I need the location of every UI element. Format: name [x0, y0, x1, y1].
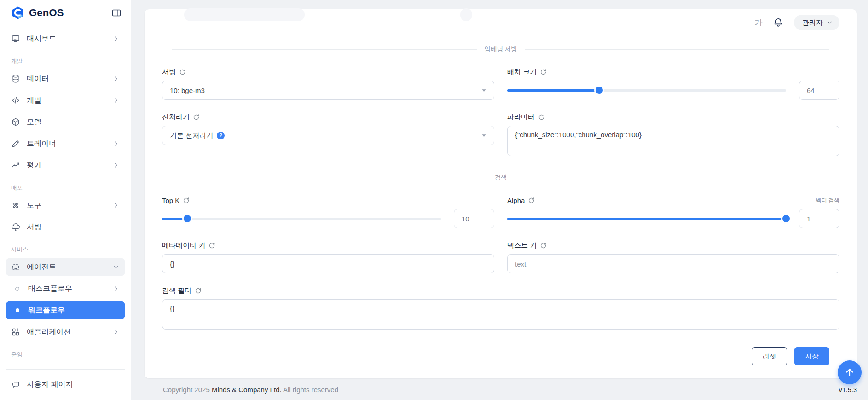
help-icon[interactable]: ? [217, 132, 225, 139]
content-card: 가 관리자 임베딩 서빙 서빙 10: bge-m3 배 [145, 9, 857, 378]
sidebar-item-user-page[interactable]: 사용자 페이지 [6, 375, 125, 394]
scroll-to-top-button[interactable] [838, 360, 862, 384]
chevron-right-icon [112, 328, 120, 336]
user-menu-label: 관리자 [802, 18, 823, 27]
sidebar-item-label: 평가 [27, 161, 41, 170]
slider-fill [507, 218, 786, 220]
sidebar-section-operation: 운영 [6, 344, 125, 363]
sidebar-item-tools[interactable]: 도구 [6, 196, 125, 214]
agent-icon [11, 262, 20, 272]
refresh-icon[interactable] [183, 197, 190, 204]
reset-button[interactable]: 리셋 [752, 347, 787, 365]
slider-thumb[interactable] [782, 215, 790, 222]
refresh-icon[interactable] [193, 114, 200, 121]
top-k-input[interactable] [454, 209, 494, 228]
database-icon [11, 74, 20, 83]
slider-track [507, 218, 786, 220]
alpha-input[interactable] [799, 209, 839, 228]
sidebar-item-label: 워크플로우 [28, 306, 65, 315]
scrolled-content-remnant [460, 8, 472, 21]
sidebar-item-model[interactable]: 모델 [6, 113, 125, 131]
refresh-icon[interactable] [540, 242, 547, 249]
slider-thumb[interactable] [596, 87, 603, 94]
chevron-right-icon [112, 140, 120, 147]
sidebar-item-develop[interactable]: 개발 [6, 91, 125, 110]
sidebar-section-service: 서비스 [6, 239, 125, 258]
field-metadata-key: 메타데이터 키 [162, 241, 494, 273]
user-menu-button[interactable]: 관리자 [794, 15, 839, 30]
top-k-slider[interactable] [162, 215, 441, 222]
sidebar-item-label: 서빙 [27, 222, 41, 232]
bullet-dot-icon [16, 308, 19, 312]
refresh-icon[interactable] [195, 287, 202, 294]
field-parameters: 파라미터 {"chunk_size":1000,"chunk_overlap":… [507, 112, 839, 158]
batch-size-label: 배치 크기 [507, 68, 537, 76]
scrolled-content-remnant [184, 8, 305, 21]
text-key-label: 텍스트 키 [507, 241, 537, 250]
search-filter-textarea[interactable]: {} [162, 299, 839, 330]
slider-thumb[interactable] [184, 215, 191, 222]
version-link[interactable]: v1.5.3 [839, 386, 857, 394]
sidebar-item-label: 애플리케이션 [27, 327, 71, 337]
sidebar-subitem-taskflow[interactable]: 태스크플로우 [6, 279, 125, 298]
copyright-suffix: All rights reserved [282, 386, 338, 394]
save-button[interactable]: 저장 [794, 347, 829, 365]
sidebar-item-data[interactable]: 데이터 [6, 70, 125, 88]
refresh-icon[interactable] [528, 197, 535, 204]
preprocessor-select[interactable]: 기본 전처리기 ? [162, 126, 494, 145]
form-row-4: 메타데이터 키 텍스트 키 [162, 241, 839, 273]
chevron-down-icon [112, 263, 120, 271]
sidebar-item-label: 대시보드 [27, 34, 56, 44]
sidebar-menu: 대시보드 개발 데이터 개발 모델 트레이너 평가 배포 [0, 26, 131, 394]
copyright-prefix: Copyright 2025 [163, 386, 212, 394]
sidebar-section-deploy: 배포 [6, 178, 125, 196]
field-top-k: Top K [162, 196, 494, 228]
footer: Copyright 2025 Minds & Company Ltd. All … [145, 386, 857, 394]
slider-track [162, 218, 441, 220]
sidebar-item-label: 트레이너 [27, 139, 56, 149]
bullet-circle-icon [15, 287, 19, 291]
section-divider-search: 검색 [172, 174, 829, 182]
batch-size-input[interactable] [799, 81, 839, 100]
field-search-filter: 검색 필터 {} [162, 286, 839, 331]
sidebar-item-label: 모델 [27, 117, 41, 127]
serving-label: 서빙 [162, 68, 176, 76]
batch-size-slider[interactable] [507, 87, 786, 94]
grid-plus-icon [11, 327, 20, 336]
alpha-label: Alpha [507, 197, 525, 204]
metadata-key-input[interactable] [162, 254, 494, 273]
font-size-toggle[interactable]: 가 [754, 17, 763, 28]
sidebar-item-label: 도구 [27, 201, 41, 210]
refresh-icon[interactable] [540, 69, 547, 75]
refresh-icon[interactable] [208, 242, 215, 249]
chevron-down-icon [827, 19, 833, 26]
chevron-right-icon [112, 35, 120, 42]
caret-down-icon [481, 88, 486, 93]
form-actions: 리셋 저장 [162, 347, 829, 365]
sidebar-item-trainer[interactable]: 트레이너 [6, 134, 125, 153]
sidebar-section-dev: 개발 [6, 51, 125, 70]
sidebar-collapse-icon[interactable] [111, 8, 122, 18]
serving-select[interactable]: 10: bge-m3 [162, 81, 494, 100]
sidebar-subitem-workflow[interactable]: 워크플로우 [6, 301, 125, 319]
parameters-textarea[interactable]: {"chunk_size":1000,"chunk_overlap":100} [507, 126, 839, 156]
sidebar-item-agent[interactable]: 에이전트 [6, 258, 125, 276]
logo-row: GenOS [0, 0, 131, 26]
refresh-icon[interactable] [538, 114, 545, 121]
company-link[interactable]: Minds & Company Ltd. [212, 386, 282, 394]
metadata-key-label: 메타데이터 키 [162, 241, 205, 250]
sidebar-item-application[interactable]: 애플리케이션 [6, 323, 125, 341]
chevron-right-icon [112, 162, 120, 169]
alpha-slider[interactable] [507, 215, 786, 222]
sidebar-item-dashboard[interactable]: 대시보드 [6, 29, 125, 48]
field-batch-size: 배치 크기 [507, 67, 839, 100]
chevron-right-icon [112, 97, 120, 104]
refresh-icon[interactable] [179, 69, 186, 75]
code-icon [11, 96, 20, 105]
sidebar-item-serving[interactable]: 서빙 [6, 218, 125, 236]
text-key-input[interactable] [507, 254, 839, 273]
sidebar-item-evaluation[interactable]: 평가 [6, 156, 125, 174]
tools-icon [11, 201, 20, 210]
section-divider-embedding: 임베딩 서빙 [172, 45, 829, 53]
notification-bell-icon[interactable] [773, 17, 784, 28]
